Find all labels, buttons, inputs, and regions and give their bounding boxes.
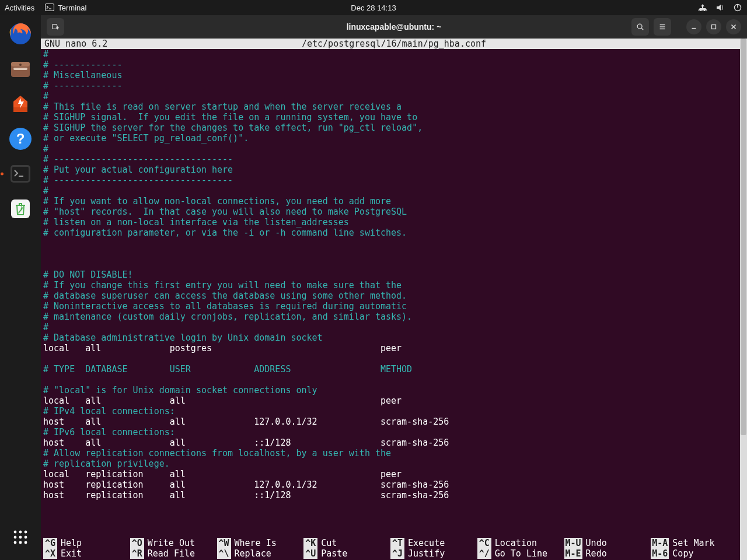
shortcut-label: Go To Line	[495, 548, 547, 559]
terminal-icon	[45, 3, 54, 12]
comment-line: # Noninteractive access to all databases…	[43, 301, 745, 312]
comment-line: # TYPE DATABASE USER ADDRESS METHOD	[43, 364, 745, 374]
nano-shortcut: ^XExit	[43, 548, 130, 559]
config-line	[43, 354, 745, 364]
nano-shortcut: ^KCut	[303, 538, 390, 548]
nano-shortcut-bar: ^GHelp^OWrite Out^WWhere Is^KCut^TExecut…	[41, 538, 740, 560]
scrollbar-thumb[interactable]	[741, 38, 746, 435]
nano-app-name: GNU nano 6.2	[44, 38, 107, 49]
comment-line: # replication privilege.	[43, 459, 745, 469]
nano-shortcut: ^CLocation	[477, 538, 564, 548]
nano-shortcut: ^OWrite Out	[130, 538, 217, 548]
config-line	[43, 249, 745, 259]
comment-line: # IPv4 local connections:	[43, 406, 745, 416]
shortcut-label: Cut	[321, 538, 337, 548]
activities-button[interactable]: Activities	[5, 4, 34, 12]
shortcut-key: ^K	[303, 538, 317, 548]
shortcut-key: ^/	[477, 548, 491, 559]
terminal-viewport[interactable]: GNU nano 6.2 /etc/postgresql/16/main/pg_…	[41, 38, 747, 560]
svg-point-21	[25, 536, 27, 539]
comment-line: # -------------	[43, 80, 745, 91]
shortcut-key: ^R	[130, 548, 144, 559]
search-button[interactable]	[631, 18, 649, 36]
dock-firefox[interactable]	[5, 19, 36, 49]
shortcut-label: Paste	[321, 548, 347, 559]
svg-point-28	[637, 24, 642, 29]
comment-line: #	[43, 322, 745, 332]
network-icon[interactable]	[698, 3, 707, 12]
minimize-button[interactable]	[686, 19, 701, 34]
svg-point-18	[25, 531, 27, 534]
gnome-topbar: Activities Terminal Dec 28 14:13	[0, 0, 747, 15]
comment-line: #	[43, 91, 745, 102]
active-app-indicator[interactable]: Terminal	[45, 3, 86, 12]
comment-line: # configuration parameter, or via the -i…	[43, 228, 745, 238]
comment-line: # Database administrative login by Unix …	[43, 332, 745, 343]
shortcut-label: Location	[495, 538, 537, 548]
comment-line: # SIGHUP signal. If you edit the file on…	[43, 112, 745, 123]
svg-point-20	[19, 536, 22, 539]
svg-rect-9	[13, 107, 27, 112]
shortcut-key: ^C	[477, 538, 491, 548]
comment-line: # If you want to allow non-local connect…	[43, 196, 745, 206]
shortcut-key: ^T	[390, 538, 404, 548]
nano-shortcut: ^WWhere Is	[217, 538, 304, 548]
shortcut-key: M-6	[651, 548, 669, 559]
nano-shortcut: ^/Go To Line	[477, 548, 564, 559]
power-icon[interactable]	[733, 3, 742, 12]
comment-line: #	[43, 144, 745, 154]
dock-files[interactable]	[5, 54, 36, 84]
close-button[interactable]	[726, 19, 741, 34]
nano-filename: /etc/postgresql/16/main/pg_hba.conf	[302, 38, 486, 49]
comment-line: #	[43, 49, 745, 60]
comment-line: # or execute "SELECT pg_reload_conf()".	[43, 133, 745, 144]
nano-shortcut: M-ASet Mark	[651, 538, 738, 548]
menu-button[interactable]	[654, 18, 671, 36]
shortcut-key: ^U	[303, 548, 317, 559]
comment-line: # -------------	[43, 60, 745, 70]
config-line: host all all 127.0.0.1/32 scram-sha-256	[43, 416, 745, 427]
config-line: host replication all 127.0.0.1/32 scram-…	[43, 480, 745, 490]
shortcut-label: Undo	[586, 538, 607, 548]
comment-line: # If you change this first entry you wil…	[43, 280, 745, 290]
shortcut-label: Help	[61, 538, 82, 548]
dock-software[interactable]	[5, 89, 36, 119]
nano-titlebar: GNU nano 6.2 /etc/postgresql/16/main/pg_…	[41, 38, 747, 49]
comment-line: # Allow replication connections from loc…	[43, 448, 745, 459]
shortcut-label: Where Is	[235, 538, 277, 548]
config-line: local replication all peer	[43, 469, 745, 480]
config-line: local all all peer	[43, 396, 745, 406]
clock[interactable]: Dec 28 14:13	[351, 4, 396, 12]
nano-shortcut: M-ERedo	[564, 548, 651, 559]
shortcut-key: ^\	[217, 548, 231, 559]
svg-point-19	[14, 536, 17, 539]
shortcut-label: Exit	[61, 548, 82, 559]
config-line	[43, 259, 745, 270]
dock-terminal[interactable]	[5, 159, 36, 189]
volume-icon[interactable]	[715, 3, 725, 12]
comment-line: # IPv6 local connections:	[43, 427, 745, 438]
shortcut-label: Copy	[672, 548, 693, 559]
config-line: host replication all ::1/128 scram-sha-2…	[43, 490, 745, 501]
nano-shortcut: ^GHelp	[43, 538, 130, 548]
shortcut-label: Set Mark	[672, 538, 714, 548]
comment-line: # "host" records. In that case you will …	[43, 206, 745, 217]
dock-trash[interactable]	[5, 194, 36, 224]
config-line: local all postgres peer	[43, 343, 745, 354]
show-applications-button[interactable]	[8, 525, 33, 550]
comment-line: # ----------------------------------	[43, 154, 745, 164]
new-tab-button[interactable]	[47, 18, 64, 36]
scrollbar[interactable]	[740, 38, 747, 560]
shortcut-label: Execute	[408, 538, 445, 548]
comment-line: # DO NOT DISABLE!	[43, 270, 745, 280]
maximize-button[interactable]	[706, 19, 721, 34]
dock-help[interactable]: ?	[5, 124, 36, 154]
nano-buffer[interactable]: ## -------------# Miscellaneous# -------…	[41, 49, 747, 501]
comment-line: # SIGHUP the server for the changes to t…	[43, 123, 745, 133]
svg-rect-7	[13, 68, 27, 70]
svg-rect-15	[11, 200, 30, 218]
shortcut-key: ^G	[43, 538, 57, 548]
shortcut-key: M-A	[651, 538, 669, 548]
nano-shortcut: M-6Copy	[651, 548, 738, 559]
svg-point-22	[14, 541, 17, 544]
